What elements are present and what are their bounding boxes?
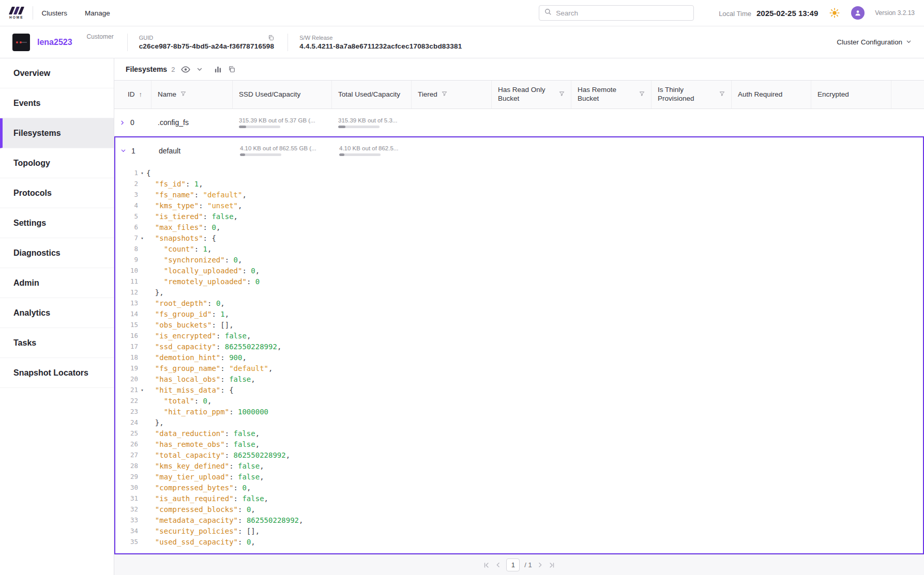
sidebar-item-label: Protocols <box>13 189 52 198</box>
top-nav: Clusters Manage <box>42 9 110 17</box>
previous-page-button[interactable] <box>495 562 502 568</box>
nav-clusters[interactable]: Clusters <box>42 9 68 17</box>
line-number: 22 <box>115 397 138 405</box>
json-line: 27 "total_capacity": 862550228992, <box>115 449 923 460</box>
row-id: 0 <box>130 118 134 127</box>
next-page-button[interactable] <box>537 562 543 568</box>
release-value: 4.4.5.4211-8a7a8e6711232acfcec17083cbd83… <box>299 42 462 50</box>
theme-sun-icon[interactable] <box>829 8 840 18</box>
sidebar-item[interactable]: Filesystems <box>0 118 114 148</box>
sidebar-item-label: Overview <box>13 69 50 78</box>
has-remote-bucket-cell <box>571 109 652 136</box>
json-line-content: "is_encrypted": false, <box>146 332 251 340</box>
line-number: 30 <box>115 484 138 491</box>
release-block: S/W Release 4.4.5.4211-8a7a8e6711232acfc… <box>299 35 462 50</box>
line-number: 25 <box>115 429 138 437</box>
weka-home-logo[interactable]: HOME <box>9 7 24 19</box>
expand-row-icon[interactable] <box>119 120 125 126</box>
line-number: 24 <box>115 418 138 426</box>
last-page-button[interactable] <box>548 562 555 569</box>
line-number: 15 <box>115 321 138 329</box>
copy-guid-icon[interactable] <box>268 35 274 41</box>
json-line: 23 "hit_ratio_ppm": 1000000 <box>115 406 923 417</box>
json-line-content: "used_ssd_capacity": 0, <box>146 538 255 546</box>
column-header-is-thinly-provisioned[interactable]: Is Thinly Provisioned <box>652 81 732 108</box>
json-line: 20 "has_local_obs": false, <box>115 374 923 384</box>
column-header-total[interactable]: Total Used/Capacity <box>332 81 412 108</box>
sidebar-item[interactable]: Overview <box>0 58 114 88</box>
json-line: 1▾{ <box>115 167 923 178</box>
filter-icon[interactable] <box>719 90 725 99</box>
cluster-configuration-button[interactable]: Cluster Configuration <box>837 38 912 46</box>
json-line-content: "compressed_blocks": 0, <box>146 505 255 514</box>
sidebar-item[interactable]: Admin <box>0 268 114 298</box>
json-line: 10 "locally_uploaded": 0, <box>115 265 923 276</box>
sidebar-item[interactable]: Snapshot Locators <box>0 358 114 388</box>
tiered-cell <box>412 109 492 136</box>
has-read-only-bucket-cell <box>493 137 572 164</box>
table-row[interactable]: 0 .config_fs 315.39 KB out of 5.37 GB (.… <box>114 109 924 136</box>
json-line: 15 "obs_buckets": [], <box>115 319 923 330</box>
columns-chart-icon[interactable] <box>214 66 222 73</box>
collapse-node-icon[interactable]: ▾ <box>138 170 146 176</box>
sidebar-item[interactable]: Analytics <box>0 298 114 328</box>
sidebar-item[interactable]: Settings <box>0 208 114 238</box>
encrypted-cell <box>811 109 891 136</box>
collapse-node-icon[interactable]: ▾ <box>138 387 146 393</box>
column-header-id[interactable]: ID ↑ <box>114 81 152 108</box>
line-number: 16 <box>115 332 138 339</box>
copy-table-icon[interactable] <box>228 66 235 73</box>
sidebar-item[interactable]: Tasks <box>0 328 114 358</box>
json-line-content: }, <box>146 418 164 427</box>
column-header-tiered[interactable]: Tiered <box>412 81 492 108</box>
is-thinly-provisioned-cell <box>652 109 732 136</box>
release-label: S/W Release <box>299 35 332 41</box>
line-number: 35 <box>115 538 138 546</box>
json-line-content: "demotion_hint": 900, <box>146 353 247 362</box>
capacity-bar <box>240 153 281 156</box>
json-line: 17 "ssd_capacity": 862550228992, <box>115 341 923 352</box>
user-avatar-icon[interactable] <box>851 6 865 20</box>
json-line: 3 "fs_name": "default", <box>115 189 923 200</box>
search-input[interactable] <box>556 9 688 17</box>
column-header-has-read-only-bucket[interactable]: Has Read Only Bucket <box>492 81 571 108</box>
filter-icon[interactable] <box>639 90 645 99</box>
chevron-down-icon[interactable] <box>196 66 203 72</box>
json-line: 11 "remotely_uploaded": 0 <box>115 276 923 287</box>
json-line: 34 "security_policies": [], <box>115 525 923 536</box>
search-box[interactable] <box>539 5 694 21</box>
json-line: 6 "max_files": 0, <box>115 222 923 232</box>
column-header-auth-required[interactable]: Auth Required <box>732 81 811 108</box>
current-page-input[interactable]: 1 <box>506 558 520 571</box>
sidebar-item[interactable]: Topology <box>0 148 114 178</box>
nav-manage[interactable]: Manage <box>85 9 110 17</box>
sidebar-item[interactable]: Events <box>0 88 114 118</box>
row-name: default <box>153 137 234 164</box>
divider <box>33 6 33 20</box>
column-header-ssd[interactable]: SSD Used/Capacity <box>233 81 332 108</box>
sidebar-item[interactable]: Protocols <box>0 178 114 208</box>
collapse-row-icon[interactable] <box>120 148 126 153</box>
filter-icon[interactable] <box>559 90 565 99</box>
column-header-has-remote-bucket[interactable]: Has Remote Bucket <box>571 81 652 108</box>
first-page-button[interactable] <box>483 562 490 569</box>
cluster-name[interactable]: lena2523 <box>37 38 72 47</box>
filter-icon[interactable] <box>180 90 186 99</box>
collapse-node-icon[interactable]: ▾ <box>138 236 146 241</box>
eye-icon[interactable] <box>181 66 190 73</box>
sidebar-item[interactable]: Diagnostics <box>0 238 114 268</box>
column-header-encrypted[interactable]: Encrypted <box>811 81 891 108</box>
is-thinly-provisioned-cell <box>653 137 733 164</box>
json-line: 30 "compressed_bytes": 0, <box>115 482 923 493</box>
filesystems-toolbar: Filesystems 2 <box>114 58 924 80</box>
topbar: HOME Clusters Manage Local Time 2025-02-… <box>0 0 924 26</box>
total-capacity-cell: 4.10 KB out of 862.5... <box>333 137 413 164</box>
filter-icon[interactable] <box>442 90 447 99</box>
json-line-content: "hit_miss_data": { <box>146 386 234 394</box>
json-line: 32 "compressed_blocks": 0, <box>115 504 923 515</box>
table-row[interactable]: 1 default 4.10 KB out of 862.55 GB (... … <box>115 137 923 164</box>
line-number: 4 <box>115 201 138 209</box>
line-number: 2 <box>115 180 138 188</box>
column-header-name[interactable]: Name <box>152 81 233 108</box>
tiered-cell <box>413 137 493 164</box>
